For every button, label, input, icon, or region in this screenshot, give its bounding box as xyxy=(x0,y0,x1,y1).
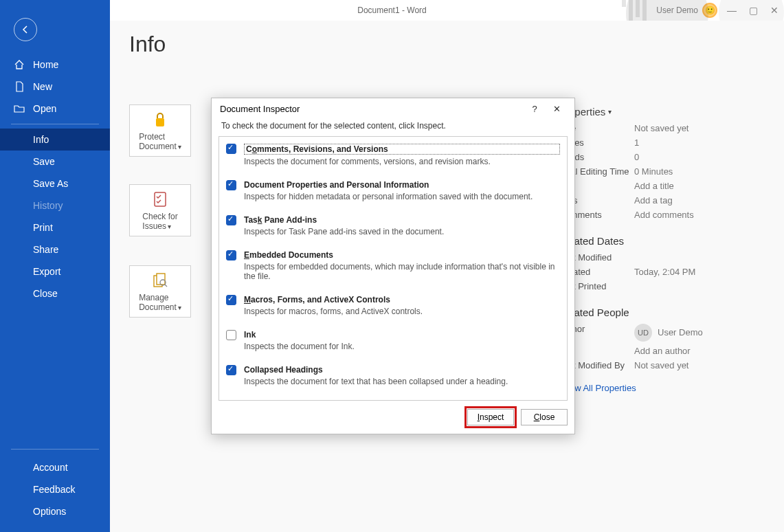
chevron-down-icon: ▾ xyxy=(608,108,612,115)
inspector-option-desc: Inspects the document for Ink. xyxy=(244,342,560,351)
prop-value[interactable]: Add a title xyxy=(634,181,674,191)
prop-value[interactable]: 0 Minutes xyxy=(634,166,673,177)
card-label-line1: Check for xyxy=(142,212,177,221)
sidebar-item-label: Export xyxy=(33,266,60,277)
sidebar-item-label: History xyxy=(33,200,63,211)
inspector-option[interactable]: Embedded Documents Inspects for embedded… xyxy=(219,243,567,288)
inspector-option[interactable]: Task Pane Add-ins Inspects for Task Pane… xyxy=(219,208,567,243)
sidebar-item-open[interactable]: Open xyxy=(0,98,110,120)
sidebar-item-new[interactable]: New xyxy=(0,76,110,98)
inspector-option-title: Ink xyxy=(244,330,560,340)
add-author-link[interactable]: Add an author xyxy=(634,346,691,356)
inspector-option[interactable]: Ink Inspects the document for Ink. xyxy=(219,323,567,358)
dialog-help-button[interactable]: ? xyxy=(524,104,546,114)
sidebar-item-label: Home xyxy=(33,59,58,70)
last-modified-by-value: Not saved yet xyxy=(634,360,689,370)
inspector-option-title: Macros, Forms, and ActiveX Controls xyxy=(244,295,560,304)
dialog-subtitle: To check the document for the selected c… xyxy=(212,118,574,136)
sidebar-item-label: Print xyxy=(33,222,53,233)
sidebar-item-history: History xyxy=(0,195,110,217)
manage-document-button[interactable]: ManageDocument▾ xyxy=(129,265,191,318)
inspector-option[interactable]: Comments, Revisions, and Versions Inspec… xyxy=(219,137,567,173)
sidebar-item-export[interactable]: Export xyxy=(0,261,110,282)
inspect-button[interactable]: Inspect xyxy=(467,409,514,425)
protect-document-button[interactable]: ProtectDocument▾ xyxy=(129,104,191,157)
back-arrow-icon xyxy=(20,24,31,35)
prop-value[interactable]: Not saved yet xyxy=(634,123,689,133)
sidebar-item-label: Feedback xyxy=(33,484,75,495)
sidebar-item-label: Account xyxy=(33,462,68,473)
checkbox[interactable] xyxy=(226,144,236,154)
sidebar-item-label: Save As xyxy=(33,178,68,189)
user-name[interactable]: User Demo xyxy=(656,5,698,15)
home-icon xyxy=(14,59,25,70)
checkbox[interactable] xyxy=(226,330,236,340)
prop-value: Today, 2:04 PM xyxy=(634,267,695,277)
sidebar-item-label: New xyxy=(33,81,52,92)
window-title: Document1 - Word xyxy=(357,5,426,15)
show-all-properties-link[interactable]: Show All Properties xyxy=(559,383,765,393)
svg-rect-1 xyxy=(155,192,166,206)
user-avatar-icon[interactable]: 🙂 xyxy=(702,3,717,18)
prop-value[interactable]: 0 xyxy=(634,152,639,162)
svg-rect-3 xyxy=(157,274,165,285)
sidebar-item-label: Share xyxy=(33,244,58,255)
inspector-option-desc: Inspects for embedded documents, which m… xyxy=(244,262,560,281)
sidebar-item-feedback[interactable]: Feedback xyxy=(0,478,110,500)
card-label-line1: Protect xyxy=(139,132,165,142)
scrollbar[interactable] xyxy=(567,140,568,269)
inspector-option-desc: Inspects for macros, forms, and ActiveX … xyxy=(244,307,560,316)
prop-value[interactable]: 1 xyxy=(634,137,639,148)
dialog-close-button[interactable]: ✕ xyxy=(546,104,568,114)
dialog-title: Document Inspector xyxy=(220,104,300,114)
sidebar-item-label: Info xyxy=(33,134,49,145)
minimize-button[interactable]: — xyxy=(727,5,737,16)
checkbox[interactable] xyxy=(226,250,236,261)
inspector-option-title: Collapsed Headings xyxy=(244,365,560,375)
inspector-option-title: Document Properties and Personal Informa… xyxy=(244,180,560,190)
prop-value[interactable]: Add a tag xyxy=(634,195,673,206)
inspector-option[interactable]: Document Properties and Personal Informa… xyxy=(219,173,567,208)
checkbox[interactable] xyxy=(226,215,236,225)
inspector-option-desc: Inspects the document for comments, vers… xyxy=(244,157,560,166)
checkbox[interactable] xyxy=(226,365,236,375)
maximize-button[interactable]: ▢ xyxy=(749,5,758,16)
checkbox[interactable] xyxy=(226,295,236,305)
author-value: UDUser Demo xyxy=(634,324,703,342)
inspector-option-title: Comments, Revisions, and Versions xyxy=(244,144,560,155)
new-doc-icon xyxy=(14,81,25,92)
page-title: Info xyxy=(129,32,765,57)
chevron-down-icon: ▾ xyxy=(178,143,181,151)
sidebar-item-options[interactable]: Options xyxy=(0,500,110,522)
dialog-body[interactable]: Comments, Revisions, and Versions Inspec… xyxy=(219,136,568,401)
sidebar-item-home[interactable]: Home xyxy=(0,54,110,76)
card-label-line2: Issues xyxy=(142,221,166,231)
prop-value[interactable]: Add comments xyxy=(634,210,694,220)
close-window-button[interactable]: ✕ xyxy=(770,5,779,16)
properties-heading[interactable]: Properties ▾ xyxy=(559,106,765,118)
sidebar-item-print[interactable]: Print xyxy=(0,217,110,239)
inspector-option-desc: Inspects for hidden metadata or personal… xyxy=(244,192,560,201)
inspector-option-desc: Inspects for Task Pane add-ins saved in … xyxy=(244,227,560,236)
author-avatar-icon: UD xyxy=(634,324,652,342)
card-label-line1: Manage xyxy=(139,293,168,302)
lock-icon xyxy=(150,110,170,129)
close-button[interactable]: Close xyxy=(521,409,568,425)
sidebar-item-close[interactable]: Close xyxy=(0,282,110,304)
sidebar-item-label: Close xyxy=(33,288,58,299)
inspector-option[interactable]: Collapsed Headings Inspects the document… xyxy=(219,358,567,393)
card-label-line2: Document xyxy=(139,142,177,151)
sidebar-item-save-as[interactable]: Save As xyxy=(0,173,110,195)
inspector-option-desc: Inspects the document for text that has … xyxy=(244,377,560,386)
checkbox[interactable] xyxy=(226,180,236,190)
sidebar-item-save[interactable]: Save xyxy=(0,151,110,173)
inspector-option[interactable]: Macros, Forms, and ActiveX Controls Insp… xyxy=(219,288,567,323)
card-label-line2: Document xyxy=(139,302,177,312)
sidebar-item-account[interactable]: Account xyxy=(0,456,110,478)
sidebar-item-info[interactable]: Info xyxy=(0,129,110,151)
documents-icon xyxy=(150,271,170,290)
inspector-option-title: Embedded Documents xyxy=(244,250,560,260)
check-for-issues-button[interactable]: Check forIssues▾ xyxy=(129,184,191,236)
back-button[interactable] xyxy=(14,18,37,41)
sidebar-item-share[interactable]: Share xyxy=(0,239,110,261)
